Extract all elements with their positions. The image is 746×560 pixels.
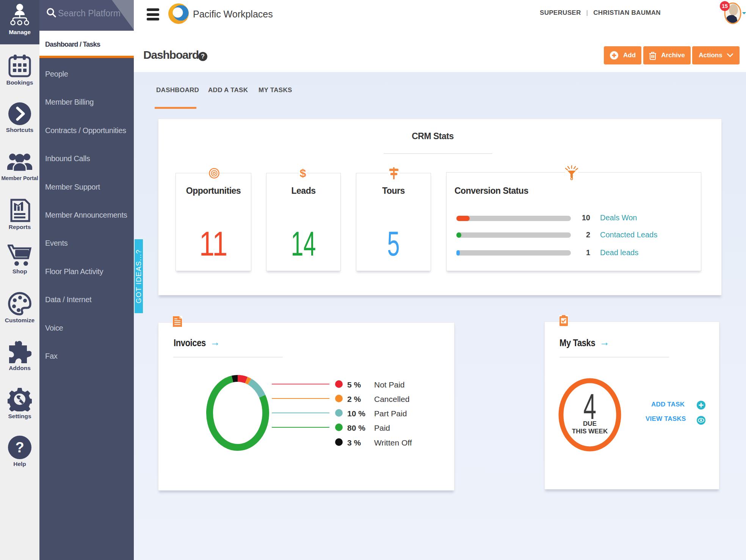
svg-text:$: $ — [300, 167, 306, 179]
svg-text:?: ? — [15, 439, 24, 455]
svg-text:?: ? — [201, 53, 205, 60]
svg-text:15: 15 — [722, 3, 728, 9]
